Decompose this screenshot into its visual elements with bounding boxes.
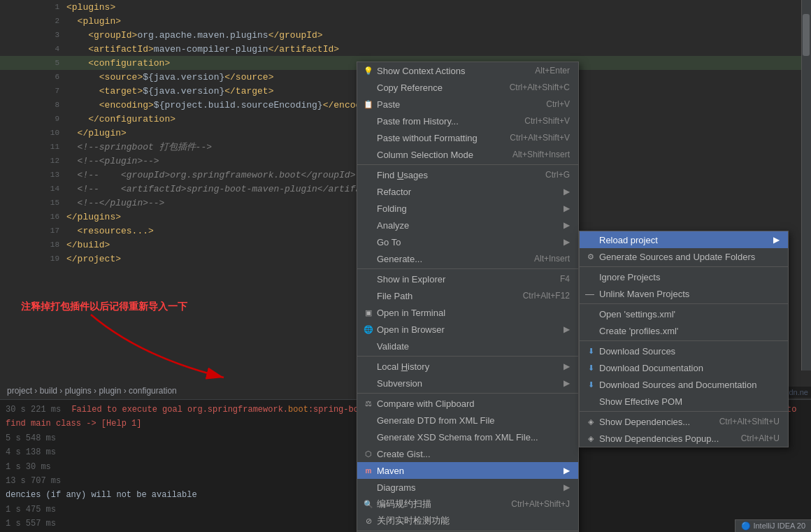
menu-label: File Path: [377, 291, 412, 301]
menu-label: Compare with Clipboard: [377, 398, 474, 409]
menu-label: Generate...: [377, 254, 422, 264]
submenu-item-show-effective-pom[interactable]: Show Effective POM: [580, 393, 788, 410]
menu-label: Go To: [377, 237, 401, 247]
scrollbar-thumb[interactable]: [803, 14, 810, 56]
menu-item-open-terminal[interactable]: ▣ Open in Terminal: [357, 304, 578, 321]
separator-3: [357, 356, 578, 357]
submenu-item-generate-sources[interactable]: ⚙ Generate Sources and Update Folders: [580, 248, 788, 265]
menu-item-generate-dtd[interactable]: Generate DTD from XML File: [357, 412, 578, 429]
menu-item-subversion[interactable]: Subversion ▶: [357, 375, 578, 391]
terminal-icon: ▣: [363, 307, 374, 318]
menu-item-paste[interactable]: 📋 Paste Ctrl+V: [357, 96, 578, 113]
code-line: <!--</plugin>-->: [66, 198, 164, 208]
submenu-item-reload-project[interactable]: Reload project ▶: [580, 231, 788, 248]
shortcut: Ctrl+Alt+F12: [523, 291, 570, 301]
shortcut: Ctrl+Shift+V: [524, 116, 570, 126]
submenu-item-show-dependencies[interactable]: ◈ Show Dependencies... Ctrl+Alt+Shift+U: [580, 413, 788, 430]
separator-4: [357, 393, 578, 394]
submenu-item-download-both[interactable]: ⬇ Download Sources and Documentation: [580, 376, 788, 393]
line-num: 2: [38, 17, 66, 25]
menu-item-column-mode[interactable]: Column Selection Mode Alt+Shift+Insert: [357, 146, 578, 163]
separator-5: [357, 531, 578, 531]
menu-item-generate[interactable]: Generate... Alt+Insert: [357, 250, 578, 267]
menu-item-diagrams[interactable]: Diagrams ▶: [357, 479, 578, 496]
gist-icon: ⬡: [363, 448, 374, 459]
deps-icon: ◈: [585, 416, 596, 427]
menu-label: Column Selection Mode: [377, 150, 473, 160]
menu-item-compare-clipboard[interactable]: ⚖ Compare with Clipboard: [357, 395, 578, 412]
submenu-item-open-settings[interactable]: Open 'settings.xml': [580, 305, 788, 322]
paste-icon: 📋: [363, 99, 374, 110]
code-line: <resources...>: [66, 226, 154, 236]
generate-icon: ⚙: [585, 251, 596, 262]
code-line: <artifactId>maven-compiler-plugin</artif…: [66, 44, 339, 55]
menu-label: Download Documentation: [599, 363, 703, 373]
submenu-arrow: ▶: [564, 361, 570, 371]
submenu-item-ignore[interactable]: Ignore Projects: [580, 268, 788, 285]
line-num: 7: [38, 87, 66, 95]
shortcut: Alt+Enter: [535, 66, 570, 76]
menu-item-paste-no-format[interactable]: Paste without Formatting Ctrl+Alt+Shift+…: [357, 129, 578, 146]
code-line: <groupId>org.apache.maven.plugins</group…: [66, 30, 323, 41]
menu-label: Show Context Actions: [377, 66, 465, 76]
separator-1: [357, 164, 578, 165]
menu-item-close-realtime[interactable]: ⊘ 关闭实时检测功能: [357, 512, 578, 529]
submenu-arrow: ▶: [564, 220, 570, 230]
menu-item-copy-reference[interactable]: Copy Reference Ctrl+Alt+Shift+C: [357, 79, 578, 96]
submenu-item-download-sources[interactable]: ⬇ Download Sources: [580, 343, 788, 359]
breadcrumb: project › build › plugins › plugin › con…: [7, 386, 177, 396]
submenu-arrow: ▶: [564, 482, 570, 492]
menu-item-refactor[interactable]: Refactor ▶: [357, 183, 578, 200]
scrollbar[interactable]: [801, 0, 811, 371]
menu-label: Paste from History...: [377, 116, 459, 127]
menu-item-goto[interactable]: Go To ▶: [357, 233, 578, 250]
menu-label: Show Effective POM: [599, 396, 682, 407]
menu-label: Unlink Maven Projects: [599, 289, 689, 299]
line-num: 3: [38, 31, 66, 39]
shortcut: Ctrl+G: [545, 170, 570, 180]
menu-item-local-history[interactable]: Local History ▶: [357, 358, 578, 375]
submenu-arrow: ▶: [564, 187, 570, 196]
menu-label: Download Sources and Documentation: [599, 380, 756, 390]
line-num: 14: [38, 185, 66, 193]
line-num: 13: [38, 171, 66, 179]
close-rt-icon: ⊘: [363, 515, 374, 526]
menu-item-code-rules[interactable]: 🔍 编码规约扫描 Ctrl+Alt+Shift+J: [357, 496, 578, 512]
code-line: <source>${java.version}</source>: [66, 72, 273, 82]
menu-item-show-explorer[interactable]: Show in Explorer F4: [357, 271, 578, 287]
menu-item-maven[interactable]: m Maven ▶: [357, 462, 578, 479]
line-num: 5: [38, 59, 66, 67]
line-num: 16: [38, 213, 66, 221]
menu-label: Show Dependencies Popup...: [599, 433, 719, 444]
menu-item-create-gist[interactable]: ⬡ Create Gist...: [357, 445, 578, 462]
shortcut: Alt+Insert: [534, 254, 570, 264]
menu-label: Show Dependencies...: [599, 417, 690, 427]
code-line: </configuration>: [66, 114, 175, 124]
code-line: <!-- <artifactId>spring-boot-maven-plugi…: [66, 184, 382, 194]
submenu-item-unlink[interactable]: — Unlink Maven Projects: [580, 285, 788, 302]
dash-icon: —: [585, 289, 594, 299]
menu-item-open-browser[interactable]: 🌐 Open in Browser ▶: [357, 321, 578, 338]
submenu-item-create-profiles[interactable]: Create 'profiles.xml': [580, 322, 788, 339]
menu-item-generate-xsd[interactable]: Generate XSD Schema from XML File...: [357, 429, 578, 445]
menu-item-analyze[interactable]: Analyze ▶: [357, 217, 578, 233]
line-num: 8: [38, 101, 66, 109]
menu-item-folding[interactable]: Folding ▶: [357, 200, 578, 217]
submenu-item-download-docs[interactable]: ⬇ Download Documentation: [580, 359, 788, 376]
menu-label: Paste: [377, 99, 400, 110]
shortcut: F4: [560, 274, 570, 284]
menu-label: Ignore Projects: [599, 272, 660, 282]
menu-item-file-path[interactable]: File Path Ctrl+Alt+F12: [357, 287, 578, 304]
menu-item-find-usages[interactable]: Find Usages Ctrl+G: [357, 166, 578, 183]
submenu-item-show-dependencies-popup[interactable]: ◈ Show Dependencies Popup... Ctrl+Alt+U: [580, 430, 788, 447]
submenu-arrow: ▶: [564, 237, 570, 247]
menu-item-paste-history[interactable]: Paste from History... Ctrl+Shift+V: [357, 113, 578, 129]
submenu-arrow: ▶: [564, 324, 570, 334]
menu-label: Validate: [377, 341, 409, 352]
menu-item-show-context-actions[interactable]: 💡 Show Context Actions Alt+Enter: [357, 62, 578, 79]
code-line: </plugins>: [66, 212, 121, 222]
menu-item-validate[interactable]: Validate: [357, 338, 578, 354]
menu-label: 关闭实时检测功能: [377, 515, 450, 527]
line-num: 9: [38, 115, 66, 123]
code-line: <plugin>: [66, 16, 121, 27]
